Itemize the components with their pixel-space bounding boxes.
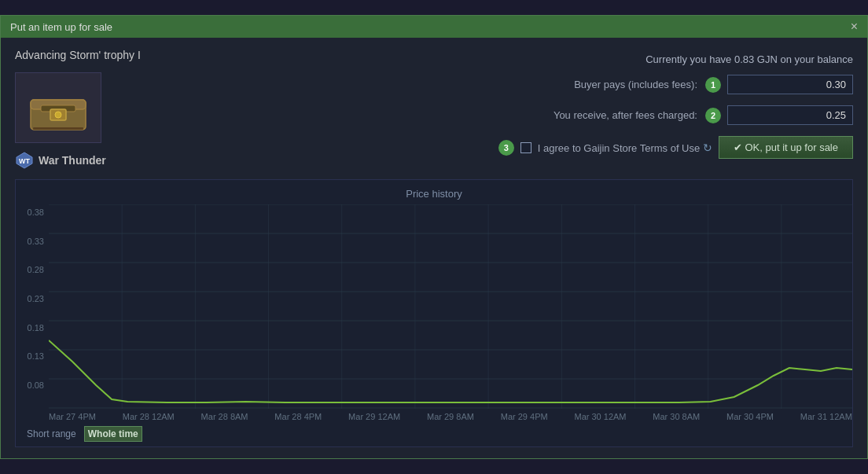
x-label-9: Mar 30 4PM xyxy=(726,412,774,421)
chart-section: Price history 0.38 0.33 0.28 0.23 0.18 0… xyxy=(15,179,853,447)
brand-row: WT War Thunder xyxy=(15,151,141,170)
agree-text: I agree to Gaijin Store Terms of Use ↻ xyxy=(538,141,712,154)
bottom-bar: Short range Whole time xyxy=(16,421,852,446)
brand-name: War Thunder xyxy=(39,154,106,167)
item-image xyxy=(15,72,101,143)
svg-rect-9 xyxy=(49,204,852,409)
chart-canvas xyxy=(49,204,852,409)
form-section: Currently you have 0.83 GJN on your bala… xyxy=(498,53,853,165)
x-label-1: Mar 28 12AM xyxy=(123,412,175,421)
x-label-2: Mar 28 8AM xyxy=(201,412,248,421)
x-label-10: Mar 31 12AM xyxy=(800,412,852,421)
chart-title: Price history xyxy=(16,188,852,200)
item-box xyxy=(15,72,141,143)
svg-text:WT: WT xyxy=(19,157,30,165)
y-label-5: 0.13 xyxy=(22,351,44,361)
refresh-icon: ↻ xyxy=(703,141,712,154)
buyer-pays-label: Buyer pays (includes fees): xyxy=(574,79,697,90)
x-label-6: Mar 29 4PM xyxy=(501,412,548,421)
buyer-pays-row: Buyer pays (includes fees): 1 xyxy=(574,75,853,94)
you-receive-label: You receive, after fees charged: xyxy=(554,109,697,121)
item-name: Advancing Storm' trophy I xyxy=(15,49,141,61)
wt-logo-icon: WT xyxy=(15,151,34,170)
price-chart-svg xyxy=(49,204,852,409)
content: Advancing Storm' trophy I xyxy=(1,38,867,458)
close-button[interactable]: × xyxy=(851,20,858,33)
you-receive-display: 0.25 xyxy=(727,105,853,125)
y-label-4: 0.18 xyxy=(22,323,44,333)
chart-area: 0.38 0.33 0.28 0.23 0.18 0.13 0.08 xyxy=(16,204,852,409)
step1-badge: 1 xyxy=(705,77,721,93)
dialog-title: Put an item up for sale xyxy=(10,21,112,33)
x-label-0: Mar 27 4PM xyxy=(49,412,96,421)
y-axis: 0.38 0.33 0.28 0.23 0.18 0.13 0.08 xyxy=(16,204,49,409)
x-axis: Mar 27 4PM Mar 28 12AM Mar 28 8AM Mar 28… xyxy=(49,409,852,421)
x-label-3: Mar 28 4PM xyxy=(274,412,322,421)
balance-text: Currently you have 0.83 GJN on your bala… xyxy=(645,53,853,65)
you-receive-display-group: 2 0.25 xyxy=(705,105,853,125)
x-label-7: Mar 30 12AM xyxy=(574,412,626,421)
y-label-3: 0.23 xyxy=(22,294,44,303)
you-receive-row: You receive, after fees charged: 2 0.25 xyxy=(554,105,853,125)
title-bar: Put an item up for sale × xyxy=(1,16,867,38)
x-label-8: Mar 30 8AM xyxy=(653,412,700,421)
item-icon xyxy=(27,80,90,135)
x-label-5: Mar 29 8AM xyxy=(427,412,474,421)
y-label-1: 0.33 xyxy=(22,237,44,246)
y-label-6: 0.08 xyxy=(22,380,44,390)
dialog: Put an item up for sale × Advancing Stor… xyxy=(0,15,868,459)
short-range-button[interactable]: Short range xyxy=(24,427,79,441)
y-label-0: 0.38 xyxy=(22,208,44,217)
agree-checkbox[interactable] xyxy=(520,142,531,153)
ok-button[interactable]: ✔ OK, put it up for sale xyxy=(719,136,853,159)
step2-badge: 2 xyxy=(705,108,721,123)
top-row: Advancing Storm' trophy I xyxy=(15,49,853,170)
buyer-pays-input-group: 1 xyxy=(705,75,853,94)
buyer-pays-input[interactable] xyxy=(727,75,853,94)
agree-row: 3 I agree to Gaijin Store Terms of Use ↻… xyxy=(498,136,853,159)
svg-point-4 xyxy=(55,112,61,118)
x-label-4: Mar 29 12AM xyxy=(348,412,400,421)
svg-rect-5 xyxy=(33,127,83,130)
y-label-2: 0.28 xyxy=(22,265,44,274)
item-section: Advancing Storm' trophy I xyxy=(15,49,141,170)
step3-badge: 3 xyxy=(498,140,514,156)
whole-time-button[interactable]: Whole time xyxy=(84,426,142,442)
